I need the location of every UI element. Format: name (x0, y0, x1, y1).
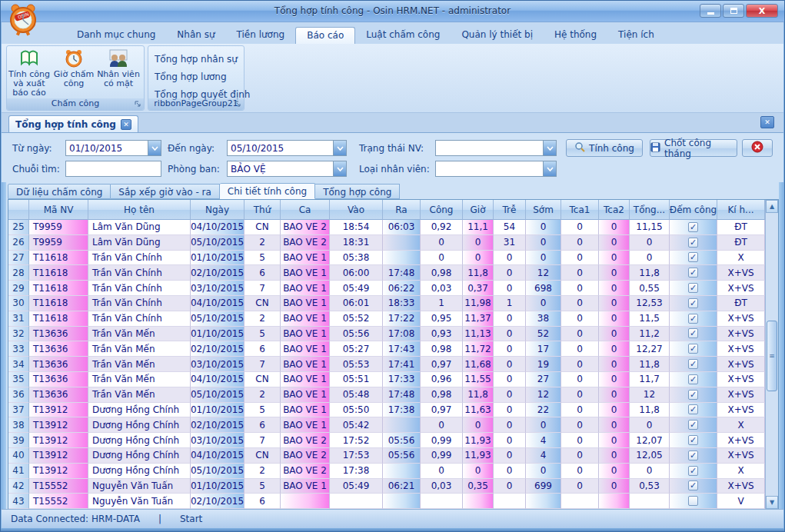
grid-cell-som[interactable]: 0 (526, 464, 561, 479)
row-number[interactable]: 38 (8, 417, 29, 433)
grid-cell-ca[interactable]: BAO VE 1 (281, 265, 330, 281)
grid-cell-ca[interactable]: BAO VE 1 (281, 251, 330, 266)
vertical-scrollbar[interactable]: ▲ ≡ ▼ (765, 200, 778, 509)
ribbon-tab[interactable]: Báo cáo (295, 27, 355, 44)
dem-cong-checkbox[interactable]: ✓ (688, 328, 698, 338)
dialog-launcher-icon[interactable] (234, 100, 242, 108)
grid-cell-ca[interactable]: BAO VE 1 (281, 327, 330, 342)
dem-cong-checkbox[interactable]: ✓ (688, 374, 698, 384)
grid-cell-vao[interactable]: 18:54 (330, 220, 383, 235)
grid-cell-vao[interactable]: 05:49 (330, 479, 383, 494)
grid-cell-ra[interactable]: 17:38 (383, 403, 421, 418)
grid-cell-cong[interactable]: 0,03 (421, 281, 463, 296)
grid-cell-tong[interactable]: 11,8 (630, 357, 670, 372)
grid-cell-ki-hieu[interactable]: V (717, 494, 765, 509)
grid-cell-tca1[interactable]: 0 (561, 311, 599, 327)
grid-cell-tre[interactable]: 0 (494, 265, 526, 281)
grid-cell-ho-ten[interactable]: Dương Hồng Chính (88, 417, 191, 433)
grid-cell-ki-hieu[interactable]: ĐT (717, 220, 765, 235)
grid-cell-ki-hieu[interactable]: X (717, 417, 765, 433)
grid-cell-tca2[interactable]: 0 (599, 265, 630, 281)
grid-cell-ca[interactable]: BAO VE 1 (281, 417, 330, 433)
grid-cell-ngay[interactable]: 01/10/2015 (191, 403, 244, 418)
grid-cell-ngay[interactable]: 05/10/2015 (191, 464, 244, 479)
grid-cell-som[interactable]: 0 (526, 220, 561, 235)
grid-cell-thu[interactable]: CN (244, 220, 281, 235)
grid-cell-thu[interactable]: 2 (244, 464, 281, 479)
view-tab[interactable]: Sắp xếp giờ vào - ra (111, 184, 219, 199)
grid-cell-tre[interactable]: 0 (494, 281, 526, 296)
grid-cell-ma-nv[interactable]: T11618 (29, 251, 88, 266)
grid-cell-ra[interactable]: 17:48 (383, 265, 421, 281)
tinh-cong-button[interactable]: Tính công (566, 139, 643, 157)
grid-cell-tca2[interactable]: 0 (599, 448, 630, 464)
grid-cell-ngay[interactable]: 04/10/2015 (191, 448, 244, 464)
grid-cell-tca2[interactable]: 0 (599, 403, 630, 418)
grid-cell-tca1[interactable]: 0 (561, 403, 599, 418)
dem-cong-checkbox[interactable]: ✓ (688, 268, 698, 278)
grid-cell-tong[interactable] (630, 494, 670, 509)
document-tab[interactable]: Tổng hợp tính công ✕ (8, 115, 138, 132)
grid-cell-ca[interactable]: BAO VE 2 (281, 235, 330, 251)
grid-cell-ho-ten[interactable]: Trần Văn Chính (88, 265, 191, 281)
grid-cell-ngay[interactable]: 04/10/2015 (191, 372, 244, 387)
grid-cell-tong[interactable]: 12,53 (630, 296, 670, 311)
grid-cell-tca2[interactable]: 0 (599, 433, 630, 448)
grid-cell-vao[interactable]: 05:49 (330, 281, 383, 296)
grid-cell-ra[interactable] (383, 464, 421, 479)
grid-cell-tca1[interactable]: 0 (561, 387, 599, 403)
grid-cell-tca2[interactable]: 0 (599, 220, 630, 235)
grid-cell-tre[interactable]: 0 (494, 357, 526, 372)
grid-cell-tre[interactable]: 0 (494, 403, 526, 418)
grid-cell-cong[interactable]: 0,98 (421, 341, 463, 357)
grid-cell-ki-hieu[interactable]: X+VS (717, 403, 765, 418)
grid-cell-ma-nv[interactable]: T13636 (29, 327, 88, 342)
grid-cell-som[interactable]: 0 (526, 296, 561, 311)
grid-cell-ki-hieu[interactable]: X+VS (717, 265, 765, 281)
grid-cell-ho-ten[interactable]: Trần Văn Chính (88, 296, 191, 311)
grid-cell-ma-nv[interactable]: T13636 (29, 372, 88, 387)
grid-cell-ca[interactable]: BAO VE 1 (281, 403, 330, 418)
grid-cell-ngay[interactable]: 03/10/2015 (191, 357, 244, 372)
row-number[interactable]: 27 (8, 251, 29, 266)
grid-cell-thu[interactable]: 2 (244, 387, 281, 403)
chuoi-tim-input[interactable] (65, 161, 161, 177)
grid-cell-ra[interactable] (383, 494, 421, 509)
column-header-tca1[interactable]: Tca1 (561, 200, 599, 220)
grid-cell-som[interactable]: 0 (526, 235, 561, 251)
column-header-ma-nv[interactable]: Mã NV (29, 200, 88, 220)
grid-cell-cong[interactable]: 0,97 (421, 403, 463, 418)
grid-cell-ca[interactable]: BAO VE 1 (281, 341, 330, 357)
grid-cell-ra[interactable]: 06:22 (383, 281, 421, 296)
grid-cell-cong[interactable]: 0,03 (421, 479, 463, 494)
grid-cell-tong[interactable]: 11,15 (630, 220, 670, 235)
grid-cell-vao[interactable]: 05:27 (330, 341, 383, 357)
grid-cell-tca2[interactable]: 0 (599, 464, 630, 479)
grid-cell-ma-nv[interactable]: T13912 (29, 464, 88, 479)
grid-cell-ki-hieu[interactable]: X+VS (717, 372, 765, 387)
grid-cell-som[interactable]: 22 (526, 403, 561, 418)
grid-cell-tre[interactable]: 0 (494, 372, 526, 387)
grid-cell-tre[interactable]: 0 (494, 417, 526, 433)
grid-cell-ki-hieu[interactable]: ĐT (717, 296, 765, 311)
grid-cell-thu[interactable]: 5 (244, 479, 281, 494)
column-header-tong[interactable]: Tổng... (630, 200, 670, 220)
grid-cell-ma-nv[interactable]: T13636 (29, 387, 88, 403)
grid-cell-ma-nv[interactable]: T15552 (29, 494, 88, 509)
trang-thai-combo[interactable] (435, 140, 557, 156)
grid-cell-ho-ten[interactable]: Lâm Văn Dũng (88, 220, 191, 235)
grid-cell-ca[interactable]: BAO VE 2 (281, 433, 330, 448)
grid-cell-tre[interactable]: 0 (494, 327, 526, 342)
grid-cell-som[interactable]: 52 (526, 327, 561, 342)
gio-cham-cong-button[interactable]: Giờ chấm công (52, 46, 96, 100)
grid-cell-thu[interactable]: CN (244, 448, 281, 464)
grid-cell-tre[interactable]: 54 (494, 220, 526, 235)
grid-cell-tca2[interactable]: 0 (599, 357, 630, 372)
phong-ban-combo[interactable]: BẢO VỆ (227, 161, 347, 177)
minimize-button[interactable] (700, 4, 721, 18)
grid-cell-tca2[interactable]: 0 (599, 372, 630, 387)
ribbon-tab[interactable]: Quản lý thiết bị (451, 27, 544, 44)
dem-cong-checkbox[interactable]: ✓ (688, 435, 698, 445)
ribbon-tab[interactable]: Hệ thống (544, 27, 607, 44)
grid-cell-cong[interactable]: 0 (421, 464, 463, 479)
